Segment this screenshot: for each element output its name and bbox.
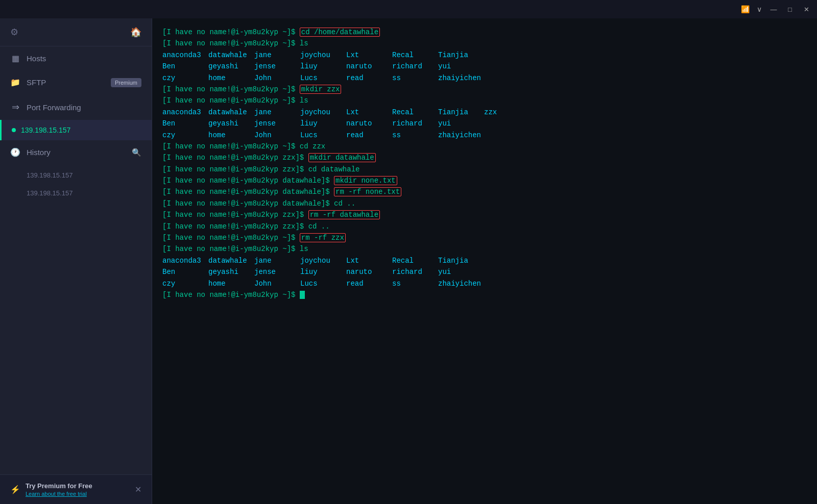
term-command: mkdir none.txt (334, 176, 397, 185)
search-icon[interactable]: 🔍 (132, 148, 141, 157)
dir-entry: czy (162, 278, 208, 289)
dir-entry: zzx (484, 107, 530, 118)
terminal-line: [I have no name!@i-ym8u2kyp datawhale]$ … (162, 175, 807, 186)
terminal-output-line: anaconda3datawhalejanejoychouLxtRecalTia… (162, 107, 807, 118)
sidebar-item-hosts[interactable]: ▦ Hosts (0, 46, 152, 70)
dir-entry: liuy (300, 118, 346, 129)
history-label: History (27, 148, 51, 157)
dir-entry: jane (254, 255, 300, 266)
terminal-output-line: anaconda3datawhalejanejoychouLxtRecalTia… (162, 49, 807, 61)
dir-entry: home (208, 72, 254, 84)
dir-entry: naruto (346, 118, 392, 129)
dir-entry: home (208, 130, 254, 141)
dir-entry: datawhale (208, 255, 254, 266)
dir-entry: liuy (300, 266, 346, 278)
premium-badge: Premium (111, 78, 141, 87)
connected-session[interactable]: 139.198.15.157 (0, 120, 152, 140)
dir-entry: Lucs (300, 278, 346, 289)
dir-entry: ss (392, 278, 438, 289)
dir-entry: geyashi (208, 118, 254, 129)
sidebar-item-sftp[interactable]: 📁 SFTP Premium (0, 70, 152, 94)
dir-entry: joychou (300, 49, 346, 61)
terminal-line: [I have no name!@i-ym8u2kyp ~]$ cd zzx (162, 141, 807, 152)
close-button[interactable]: ✕ (802, 5, 811, 14)
wifi-icon: 📶 (741, 5, 750, 13)
dir-entry: Recal (392, 107, 438, 118)
history-entries: 139.198.15.157 139.198.15.157 (0, 164, 152, 204)
terminal-line: [I have no name!@i-ym8u2kyp ~]$ mkdir zz… (162, 84, 807, 95)
dir-entry: Tianjia (438, 255, 484, 266)
dir-entry: czy (162, 72, 208, 84)
dir-entry: naruto (346, 266, 392, 278)
premium-text: Try Premium for Free Learn about the fre… (26, 482, 92, 497)
terminal-output-line: Bengeyashijenseliuynarutorichardyui (162, 118, 807, 129)
dir-entry: Ben (162, 266, 208, 278)
sftp-icon: 📁 (10, 78, 20, 87)
sidebar: ⚙ 🏠 ▦ Hosts 📁 SFTP Premium ⇒ Port Forwar… (0, 18, 152, 504)
terminal-output-line: czyhomeJohnLucsreadsszhaiyichen (162, 278, 807, 289)
dir-entry: geyashi (208, 266, 254, 278)
dir-entry: John (254, 278, 300, 289)
term-command: mkdir datawhale (308, 153, 376, 162)
close-premium-button[interactable]: ✕ (135, 485, 141, 494)
sidebar-history-section: 🕐 History 🔍 139.198.15.157 139.198.15.15… (0, 140, 152, 474)
chevron-down-icon[interactable]: ∨ (757, 5, 762, 13)
terminal-line: [I have no name!@i-ym8u2kyp ~]$ ls (162, 243, 807, 255)
term-prompt: [I have no name!@i-ym8u2kyp zzx]$ (162, 222, 308, 231)
terminal[interactable]: [I have no name!@i-ym8u2kyp ~]$ cd /home… (152, 18, 817, 504)
term-prompt: [I have no name!@i-ym8u2kyp ~]$ (162, 39, 300, 47)
term-prompt: [I have no name!@i-ym8u2kyp datawhale]$ (162, 188, 334, 196)
term-prompt: [I have no name!@i-ym8u2kyp ~]$ (162, 96, 300, 105)
dir-entry: Ben (162, 61, 208, 72)
dir-entry: anaconda3 (162, 49, 208, 61)
term-command: ls (300, 39, 308, 47)
term-prompt: [I have no name!@i-ym8u2kyp ~]$ (162, 142, 300, 150)
premium-banner: ⚡ Try Premium for Free Learn about the f… (0, 474, 152, 504)
dir-entry: anaconda3 (162, 107, 208, 118)
dir-entry: Lxt (346, 107, 392, 118)
term-command: cd zzx (300, 142, 325, 150)
terminal-line: [I have no name!@i-ym8u2kyp zzx]$ cd .. (162, 221, 807, 232)
sidebar-item-portfwd[interactable]: ⇒ Port Forwarding (0, 94, 152, 120)
term-prompt: [I have no name!@i-ym8u2kyp ~]$ (162, 85, 300, 93)
terminal-output-line: czyhomeJohnLucsreadsszhaiyichen (162, 130, 807, 141)
dir-entry: yui (438, 118, 484, 129)
settings-icon[interactable]: ⚙ (10, 27, 18, 38)
term-command: cd /home/datawhale (300, 28, 380, 37)
term-prompt: [I have no name!@i-ym8u2kyp datawhale]$ (162, 177, 334, 185)
term-command: rm -rf datawhale (308, 210, 380, 219)
dir-entry: Tianjia (438, 107, 484, 118)
history-header[interactable]: 🕐 History 🔍 (0, 140, 152, 164)
history-entry-1[interactable]: 139.198.15.157 (0, 166, 152, 184)
dir-entry: yui (438, 266, 484, 278)
dir-entry: Recal (392, 255, 438, 266)
terminal-line: [I have no name!@i-ym8u2kyp ~]$ rm -rf z… (162, 232, 807, 243)
term-command: ls (300, 96, 308, 105)
term-prompt: [I have no name!@i-ym8u2kyp zzx]$ (162, 211, 308, 219)
dir-entry: John (254, 130, 300, 141)
term-prompt: [I have no name!@i-ym8u2kyp ~]$ (162, 291, 300, 299)
titlebar-controls: 📶 ∨ — □ ✕ (741, 5, 811, 14)
term-command: cd .. (308, 222, 330, 231)
sftp-label: SFTP (27, 78, 46, 87)
dir-entry: datawhale (208, 107, 254, 118)
terminal-line: [I have no name!@i-ym8u2kyp zzx]$ rm -rf… (162, 209, 807, 220)
premium-link[interactable]: Learn about the free trial (26, 491, 92, 497)
dir-entry: read (346, 278, 392, 289)
history-entry-2[interactable]: 139.198.15.157 (0, 184, 152, 202)
connected-ip: 139.198.15.157 (21, 126, 70, 134)
term-command: cd datawhale (308, 165, 360, 173)
minimize-button[interactable]: — (769, 5, 778, 14)
dir-entry: Tianjia (438, 49, 484, 61)
dir-entry: jense (254, 118, 300, 129)
term-command: rm -rf zzx (300, 233, 346, 242)
term-prompt: [I have no name!@i-ym8u2kyp zzx]$ (162, 154, 308, 162)
term-prompt: [I have no name!@i-ym8u2kyp zzx]$ (162, 165, 308, 173)
home-icon[interactable]: 🏠 (130, 27, 141, 38)
dir-entry: joychou (300, 107, 346, 118)
dir-entry: naruto (346, 61, 392, 72)
terminal-line: [I have no name!@i-ym8u2kyp ~]$ ls (162, 95, 807, 106)
dir-entry: Lxt (346, 255, 392, 266)
maximize-button[interactable]: □ (785, 5, 795, 14)
dir-entry: zhaiyichen (438, 130, 484, 141)
